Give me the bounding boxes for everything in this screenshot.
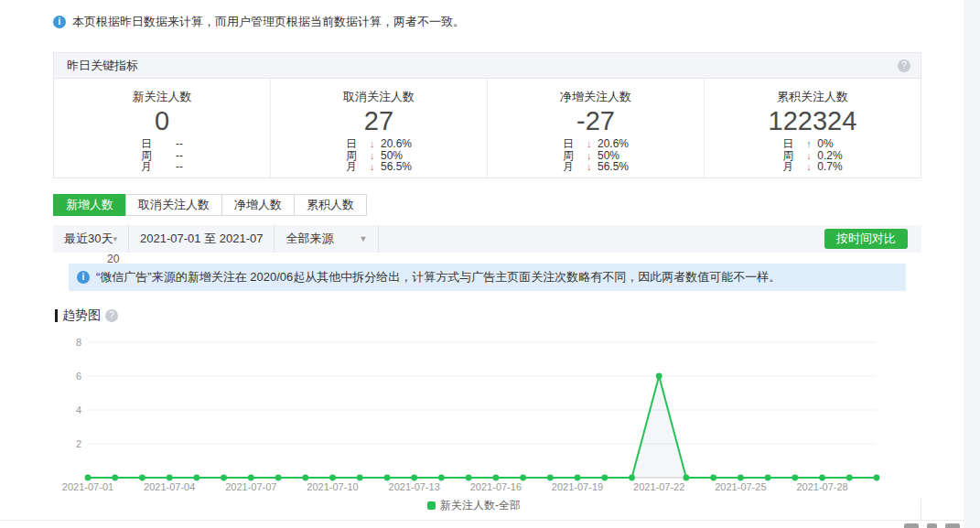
page-notice-text: 本页根据昨日数据来计算，而用户管理页根据当前数据计算，两者不一致。 [72,14,465,30]
chart-legend[interactable]: 新关注人数-全部 [53,498,895,513]
metric-row-day: 日↓20.6% [563,138,629,150]
help-icon[interactable]: ? [105,309,118,322]
key-metrics-header: 昨日关键指标 ? [54,53,921,79]
metric-unfollowers: 取消关注人数 27 日↓20.6% 周↓50% 月↓56.5% [270,79,487,178]
data-point [846,475,853,481]
x-axis-tick-label: 2021-07-16 [470,481,522,492]
info-icon: i [77,271,90,284]
trend-chart-svg: 24682021-07-012021-07-042021-07-072021-0… [53,326,895,496]
trend-down-icon: ↓ [370,161,381,173]
x-axis-tick-label: 2021-07-10 [307,481,358,492]
data-point [738,475,744,481]
metric-net-followers: 净增关注人数 -27 日↓20.6% 周↓50% 月↓56.5% [487,79,704,178]
tab-unfollowers[interactable]: 取消关注人数 [125,194,222,216]
legend-marker-icon [427,501,436,510]
key-metrics-body: 新关注人数 0 日-- 周-- 月-- 取消关注人数 27 日↓20.6% 周↓… [54,79,921,178]
metric-trend-rows: 日↓20.6% 周↓50% 月↓56.5% [563,138,629,173]
trend-icon [165,150,176,162]
x-axis-tick-label: 2021-07-22 [633,481,684,492]
data-point [629,475,635,481]
chevron-down-icon: ▾ [113,234,117,243]
y-axis-tick-label: 4 [76,404,81,415]
metric-row-month: 月-- [141,161,183,173]
data-point [411,475,417,481]
trend-down-icon: ↓ [587,150,598,162]
metric-value: -27 [488,106,704,135]
trend-section-title: 趋势图 ? [55,307,118,324]
data-point [466,475,472,481]
metric-row-day: 日↓20.6% [346,138,412,150]
trend-down-icon: ↓ [587,161,598,173]
data-point [112,475,118,481]
clipped-control-icon [945,523,960,528]
metric-label: 新关注人数 [54,89,270,105]
data-point [874,475,880,481]
metric-trend-rows: 日-- 周-- 月-- [141,138,183,173]
trend-title-text: 趋势图 [62,307,101,324]
clipped-control-icon [927,523,937,528]
trend-down-icon: ↓ [370,138,381,150]
data-point [493,475,500,481]
date-range-display[interactable]: 2021-07-01 至 2021-07 [129,225,275,253]
trend-down-icon: ↓ [587,138,598,150]
trend-chart: 24682021-07-012021-07-042021-07-072021-0… [53,326,895,496]
data-point [139,475,145,481]
data-point [85,475,92,481]
metric-row-month: 月↓56.5% [563,161,629,173]
data-point [302,475,308,481]
y-axis-tick-label: 8 [76,337,81,348]
metric-value: 0 [54,106,270,135]
filter-bar: 最近30天▾ 2021-07-01 至 2021-07 全部来源▼ 按时间对比 [53,225,921,253]
legend-label: 新关注人数-全部 [440,499,521,512]
chart-notice-text: “微信广告”来源的新增关注在 2020/06起从其他中拆分给出，计算方式与广告主… [96,270,781,284]
tab-total-followers[interactable]: 累积人数 [294,194,367,216]
series-line [88,376,877,478]
date-range-selector[interactable]: 最近30天▾ [53,225,129,253]
data-point [329,475,336,481]
x-axis-tick-label: 2021-07-13 [389,481,440,492]
metric-row-day: 日↑0% [782,138,842,150]
metric-trend-rows: 日↓20.6% 周↓50% 月↓56.5% [346,138,412,173]
metric-row-day: 日-- [141,138,183,150]
data-point [275,475,282,481]
page-notice: i 本页根据昨日数据来计算，而用户管理页根据当前数据计算，两者不一致。 [53,14,465,30]
metric-new-followers: 新关注人数 0 日-- 周-- 月-- [54,79,270,178]
metric-tabs: 新增人数 取消关注人数 净增人数 累积人数 [53,194,367,216]
source-selector[interactable]: 全部来源▼ [275,225,379,253]
trend-icon [165,138,176,150]
tab-new-followers[interactable]: 新增人数 [53,194,126,216]
data-point [384,475,391,481]
data-point [248,475,254,481]
chevron-down-icon: ▼ [359,234,367,243]
trend-down-icon: ↓ [806,150,817,162]
help-icon[interactable]: ? [898,59,910,72]
data-point [547,475,554,481]
data-point [819,475,825,481]
x-axis-tick-label: 2021-07-19 [552,481,603,492]
data-point [684,475,690,481]
data-point [520,475,526,481]
y-axis-tick-label: 6 [76,371,81,382]
data-point [438,475,445,481]
x-axis-tick-label: 2021-07-25 [715,481,766,492]
card-right-edge [921,499,921,521]
data-point [575,475,581,481]
metric-row-month: 月↓56.5% [346,161,412,173]
x-axis-tick-label: 2021-07-28 [796,481,847,492]
x-axis-tick-label: 2021-07-01 [62,481,113,492]
data-point [167,475,173,481]
data-point [221,475,227,481]
metric-row-month: 月↓0.7% [782,161,842,173]
trend-up-icon: ↑ [806,138,817,150]
clipped-control-icon [904,523,919,528]
data-point [765,475,771,481]
data-point [792,475,798,481]
key-metrics-panel: 昨日关键指标 ? 新关注人数 0 日-- 周-- 月-- 取消关注人数 27 日… [53,52,921,178]
compare-by-time-button[interactable]: 按时间对比 [824,229,908,249]
metric-value: 27 [271,106,487,135]
data-point [710,475,716,481]
x-axis-tick-label: 2021-07-07 [225,481,276,492]
trend-down-icon: ↓ [806,161,817,173]
metric-trend-rows: 日↑0% 周↓0.2% 月↓0.7% [782,138,842,173]
tab-net-followers[interactable]: 净增人数 [221,194,295,216]
